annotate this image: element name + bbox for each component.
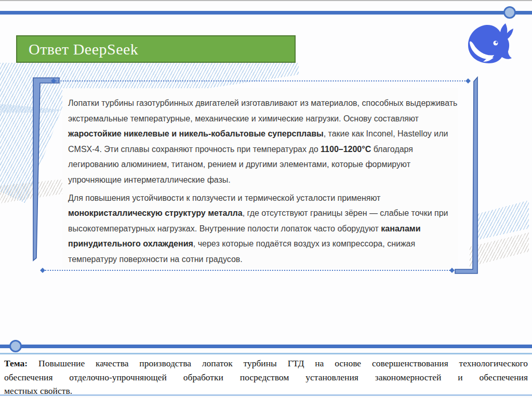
ans-line: упрочняющие интерметаллические фазы. — [68, 172, 454, 188]
ans-line: температуру поверхности на сотни градусо… — [68, 252, 454, 267]
ans-line: высокотемпературных нагрузках. Внутренни… — [68, 221, 454, 237]
footer-line: Тема: Повышение качества производства ло… — [4, 356, 528, 370]
screen-top-edge — [0, 0, 532, 1]
slide-title: Ответ DeepSeek — [29, 40, 138, 58]
footer-line: обеспечения отделочно-упрочняющей обрабо… — [4, 370, 528, 385]
ans-line: монокристаллическую структуру металла, г… — [68, 205, 454, 221]
ans-line: Лопатки турбины газотурбинных двигателей… — [68, 95, 454, 111]
right-bracket-shape — [455, 77, 477, 273]
ans-line: CMSX-4. Эти сплавы сохраняют прочность п… — [68, 142, 454, 157]
top-accent-circle — [503, 6, 516, 19]
bottom-edge-line — [0, 394, 532, 396]
top-accent-bar — [0, 11, 532, 15]
diamond-endpoint — [449, 268, 455, 273]
answer-text-box: Лопатки турбины газотурбинных двигателей… — [62, 88, 458, 268]
ans-line: жаростойкие никелевые и никель-кобальтов… — [68, 126, 454, 142]
presentation-slide: Ответ DeepSeek Лопатки турбины газотурби… — [0, 0, 532, 398]
answer-paragraphs: Лопатки турбины газотурбинных двигателей… — [68, 95, 454, 267]
footer-topic: Тема: Повышение качества производства ло… — [0, 355, 532, 394]
ans-line: легированию алюминием, титаном, рением и… — [68, 157, 454, 172]
slide-title-box: Ответ DeepSeek — [16, 35, 296, 63]
diamond-endpoint — [40, 268, 45, 273]
bottom-accent-bar — [0, 345, 532, 348]
topic-text: Тема: Повышение качества производства ло… — [4, 356, 528, 398]
bottom-accent-circle — [9, 340, 22, 352]
diamond-endpoint — [466, 78, 471, 84]
deepseek-whale-icon — [463, 18, 521, 65]
ans-line: принудительного охлаждения, через которы… — [68, 236, 454, 252]
divider-line — [0, 353, 532, 354]
ans-line: Для повышения устойчивости к ползучести … — [68, 190, 454, 206]
ans-line: экстремальные температурные, механически… — [68, 111, 454, 127]
